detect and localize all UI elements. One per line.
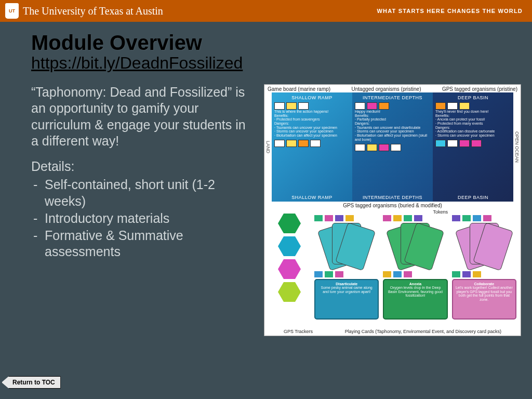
info-card-title: Anoxia [409, 282, 421, 286]
panel-title-bottom: SHALLOW RAMP [272, 195, 352, 200]
university-brand: UT The University of Texas at Austin [5, 3, 163, 19]
text-column: “Taphonomy: Dead and Fossilized” is an o… [31, 84, 255, 336]
side-label-ocean: OPEN OCEAN [513, 92, 521, 202]
tagline-text: WHAT STARTS HERE CHANGES THE WORLD [377, 8, 523, 14]
diagram-label: Untagged organisms (pristine) [352, 86, 421, 92]
mid-diagram-label: GPS tagged organisms (buried & modified) [264, 202, 521, 209]
panel-shallow-ramp: SHALLOW RAMP This is where the action ha… [272, 92, 352, 202]
return-to-toc-button[interactable]: Return to TOC [2, 376, 61, 389]
panel-intermediate: INTERMEDIATE DEPTHS Happy medium!Benefit… [352, 92, 433, 202]
list-item: Formative & Summative assessments [45, 228, 255, 260]
list-item: Introductory materials [45, 210, 255, 227]
slide-content: Module Overview https://bit.ly/DeadnFoss… [0, 22, 532, 336]
diagram-caption-left: GPS Trackers [284, 329, 313, 334]
diagram-label: GPS tagged organisms (pristine) [442, 86, 517, 92]
module-description: “Taphonomy: Dead and Fossilized” is an o… [31, 84, 255, 149]
list-item: Self-contained, short unit (1-2 weeks) [45, 177, 255, 209]
diagram-label: Game board (marine ramp) [268, 86, 330, 92]
page-title: Module Overview [31, 31, 532, 55]
panel-deep-basin: DEEP BASIN They'll never find you down h… [433, 92, 513, 202]
panel-title-bottom: DEEP BASIN [433, 195, 513, 200]
panel-title: INTERMEDIATE DEPTHS [355, 95, 430, 100]
tokens-label: Tokens [433, 209, 448, 215]
panel-title-bottom: INTERMEDIATE DEPTHS [352, 195, 433, 200]
gps-tracker-stack [269, 214, 310, 320]
university-name: The University of Texas at Austin [23, 5, 163, 17]
info-card-title: Collaborate [474, 282, 495, 286]
details-list: Self-contained, short unit (1-2 weeks) I… [31, 177, 255, 260]
ut-shield-icon: UT [5, 3, 19, 19]
details-heading: Details: [31, 158, 255, 175]
diagram-caption-right: Playing Cards (Taphonomy, Enviromental E… [345, 329, 501, 334]
card-column-2: AnoxiaOxygen levels drop in the Deep Bas… [383, 214, 447, 320]
card-column-3: CollaborateLet's work together! Collect … [452, 214, 516, 320]
card-column-1: DisarticulateSome pesky animal came alon… [314, 214, 379, 320]
game-diagram: Game board (marine ramp) Untagged organi… [264, 84, 521, 336]
panel-title: SHALLOW RAMP [274, 95, 350, 100]
side-label-land: LAND [264, 92, 272, 202]
info-card-title: Disarticulate [336, 282, 357, 286]
header-bar: UT The University of Texas at Austin WHA… [0, 0, 532, 22]
module-url-link[interactable]: https://bit.ly/DeadnFossilized [31, 54, 532, 73]
panel-title: DEEP BASIN [435, 95, 511, 100]
